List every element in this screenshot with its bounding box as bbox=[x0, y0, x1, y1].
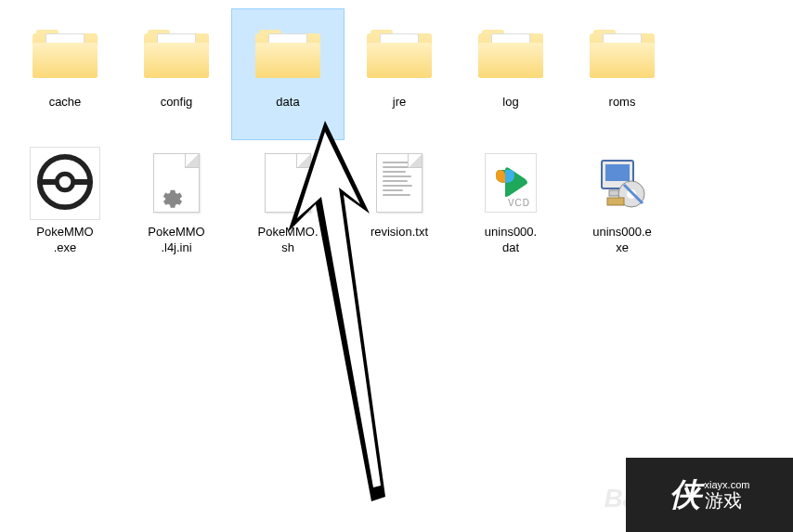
file-label: cache bbox=[49, 95, 82, 110]
folder-icon bbox=[474, 17, 548, 89]
file-item[interactable]: revision.txt bbox=[344, 139, 455, 269]
file-item[interactable]: log bbox=[455, 9, 566, 139]
file-label: unins000.e xe bbox=[592, 225, 652, 256]
file-item[interactable]: data bbox=[232, 9, 344, 139]
vcd-file-icon: VCD bbox=[474, 147, 548, 219]
file-item[interactable]: VCDunins000. dat bbox=[455, 139, 566, 269]
svg-point-2 bbox=[57, 174, 72, 189]
file-item[interactable]: PokeMMO .exe bbox=[9, 139, 121, 269]
ini-file-icon bbox=[139, 147, 214, 219]
installer-exe-icon bbox=[585, 147, 659, 219]
file-label: log bbox=[502, 95, 518, 110]
file-label: PokeMMO .l4j.ini bbox=[148, 225, 204, 256]
file-label: unins000. dat bbox=[485, 225, 537, 256]
file-item[interactable]: PokeMMO .l4j.ini bbox=[121, 139, 232, 269]
watermark-gametext: 游戏 bbox=[705, 490, 750, 511]
file-item[interactable]: roms bbox=[566, 9, 678, 139]
folder-icon bbox=[362, 17, 436, 89]
file-label: roms bbox=[609, 95, 636, 110]
pokemmo-exe-icon bbox=[28, 147, 102, 219]
folder-icon bbox=[139, 17, 214, 89]
file-label: revision.txt bbox=[370, 225, 428, 240]
file-item[interactable]: PokeMMO. sh bbox=[232, 139, 344, 269]
file-label: config bbox=[161, 95, 193, 110]
svg-rect-8 bbox=[607, 198, 624, 205]
file-item[interactable]: jre bbox=[344, 9, 455, 139]
file-item[interactable]: config bbox=[121, 9, 232, 139]
file-label: PokeMMO .exe bbox=[36, 225, 93, 256]
file-label: jre bbox=[393, 95, 406, 110]
folder-icon bbox=[251, 17, 325, 89]
file-label: PokeMMO. sh bbox=[257, 225, 318, 256]
watermark-site: xiayx.com bbox=[705, 479, 750, 490]
blank-file-icon bbox=[251, 147, 325, 219]
site-watermark-logo: 侠 xiayx.com 游戏 bbox=[626, 458, 793, 532]
file-label: data bbox=[276, 95, 299, 110]
file-item[interactable]: cache bbox=[9, 9, 121, 139]
folder-icon bbox=[28, 17, 102, 89]
file-item[interactable]: unins000.e xe bbox=[566, 139, 678, 269]
folder-icon bbox=[585, 17, 659, 89]
watermark-brand: 侠 bbox=[670, 474, 701, 516]
svg-rect-4 bbox=[605, 164, 630, 181]
file-explorer-grid: cacheconfigdatajrelogromsPokeMMO .exePok… bbox=[0, 0, 793, 279]
text-file-icon bbox=[362, 147, 436, 219]
